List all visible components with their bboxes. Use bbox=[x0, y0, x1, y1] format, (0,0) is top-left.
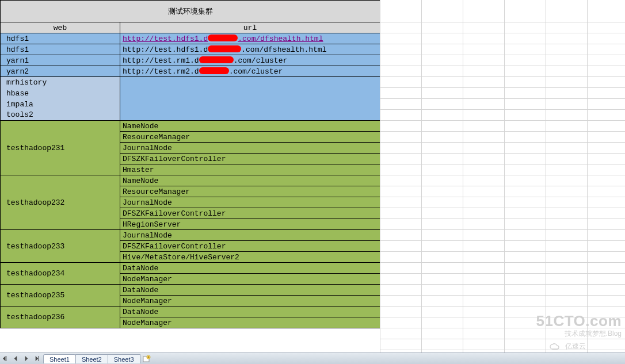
url-link[interactable]: http://test.rm2.d.com/cluster bbox=[123, 67, 283, 76]
host-name[interactable]: testhadoop232 bbox=[1, 175, 120, 230]
service-cell[interactable]: DataNode bbox=[120, 306, 380, 317]
tab-nav-prev[interactable] bbox=[11, 354, 20, 363]
service-cell[interactable]: Hive/MetaStore/HiveServer2 bbox=[120, 252, 380, 263]
empty-cells-area[interactable] bbox=[380, 0, 625, 352]
host-name[interactable]: testhadoop236 bbox=[1, 306, 120, 328]
service-cell[interactable]: NodeManager bbox=[120, 296, 380, 306]
tab-nav-first[interactable] bbox=[1, 354, 10, 363]
host-name[interactable]: testhadoop235 bbox=[1, 285, 120, 306]
service-cell[interactable]: HRegionServer bbox=[120, 219, 380, 230]
url-link[interactable]: http://test.hdfs1.d.com/dfshealth.html bbox=[123, 35, 323, 43]
web-label[interactable]: yarn1 bbox=[1, 55, 120, 66]
service-cell[interactable]: NameNode bbox=[120, 121, 380, 132]
sheet-tab-sheet2[interactable]: Sheet2 bbox=[75, 354, 108, 363]
web-label[interactable]: hdfs1 bbox=[1, 44, 120, 55]
sheet-tab-sheet1[interactable]: Sheet1 bbox=[43, 354, 76, 363]
url-cell[interactable]: http://test.rm1.d.com/cluster bbox=[120, 55, 380, 66]
redaction-mark bbox=[208, 45, 241, 52]
service-cell[interactable]: NodeManager bbox=[120, 317, 380, 328]
service-cell[interactable]: NameNode bbox=[120, 175, 380, 186]
host-name[interactable]: testhadoop234 bbox=[1, 263, 120, 285]
service-cell[interactable]: DataNode bbox=[120, 285, 380, 296]
service-cell[interactable]: NodeManager bbox=[120, 274, 380, 285]
insert-sheet-button[interactable] bbox=[140, 354, 153, 363]
data-table: 测试环境集群 web url hdfs1http://test.hdfs1.d.… bbox=[0, 0, 380, 328]
service-cell[interactable]: ResourceManager bbox=[120, 186, 380, 197]
redaction-mark bbox=[208, 35, 238, 41]
host-name[interactable]: testhadoop231 bbox=[1, 121, 120, 175]
service-cell[interactable]: DataNode bbox=[120, 263, 380, 274]
url-link[interactable]: http://test.rm1.d.com/cluster bbox=[123, 56, 287, 65]
url-cell[interactable]: http://test.hdfs1.d.com/dfshealth.html bbox=[120, 44, 380, 55]
service-cell[interactable]: JournalNode bbox=[120, 143, 380, 154]
empty-merged-cell[interactable] bbox=[120, 77, 380, 121]
column-header-url[interactable]: url bbox=[120, 22, 380, 33]
web-label[interactable]: yarn2 bbox=[1, 66, 120, 77]
column-header-web[interactable]: web bbox=[1, 22, 120, 33]
redaction-mark bbox=[199, 56, 234, 63]
service-label[interactable]: impala bbox=[1, 99, 120, 110]
service-label[interactable]: tools2 bbox=[1, 110, 120, 121]
url-cell[interactable]: http://test.rm2.d.com/cluster bbox=[120, 66, 380, 77]
sheet-tab-bar: Sheet1Sheet2Sheet3 bbox=[0, 352, 625, 364]
host-name[interactable]: testhadoop233 bbox=[1, 230, 120, 263]
tab-nav-next[interactable] bbox=[21, 354, 31, 363]
service-cell[interactable]: DFSZKFailoverController bbox=[120, 241, 380, 252]
url-link[interactable]: http://test.hdfs1.d.com/dfshealth.html bbox=[123, 45, 326, 54]
service-cell[interactable]: DFSZKFailoverController bbox=[120, 208, 380, 219]
web-label[interactable]: hdfs1 bbox=[1, 33, 120, 44]
service-cell[interactable]: JournalNode bbox=[120, 230, 380, 241]
table-title: 测试环境集群 bbox=[1, 1, 380, 22]
tab-nav-last[interactable] bbox=[32, 354, 41, 363]
service-cell[interactable]: ResourceManager bbox=[120, 132, 380, 143]
service-label[interactable]: hbase bbox=[1, 88, 120, 99]
service-cell[interactable]: JournalNode bbox=[120, 197, 380, 208]
service-cell[interactable]: Hmaster bbox=[120, 164, 380, 175]
url-cell[interactable]: http://test.hdfs1.d.com/dfshealth.html bbox=[120, 33, 380, 44]
service-cell[interactable]: DFSZKFailoverController bbox=[120, 154, 380, 164]
redaction-mark bbox=[199, 67, 229, 74]
service-label[interactable]: mrhistory bbox=[1, 77, 120, 88]
sheet-tab-sheet3[interactable]: Sheet3 bbox=[108, 354, 140, 363]
spreadsheet-area: 测试环境集群 web url hdfs1http://test.hdfs1.d.… bbox=[0, 0, 625, 352]
